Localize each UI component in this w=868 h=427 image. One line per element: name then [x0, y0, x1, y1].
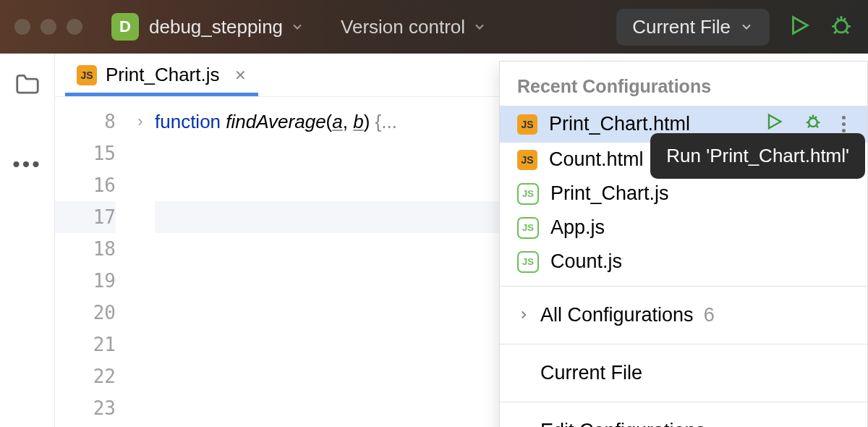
- minimize-window[interactable]: [41, 19, 56, 35]
- line-number[interactable]: 18: [55, 233, 116, 265]
- debug-button[interactable]: [829, 13, 854, 41]
- gutter: 8 15 16 17 18 19 20 21 22 23: [55, 106, 126, 427]
- svg-marker-9: [769, 115, 780, 129]
- config-label: Print_Chart.js: [550, 182, 669, 205]
- all-config-label: All Configurations: [540, 304, 694, 326]
- more-options-icon[interactable]: [842, 116, 846, 132]
- all-configurations[interactable]: All Configurations 6: [500, 294, 867, 337]
- param: a: [332, 111, 342, 132]
- current-file-option[interactable]: Current File: [500, 352, 867, 394]
- js-file-icon: JS: [517, 114, 537, 135]
- svg-line-7: [834, 30, 837, 33]
- line-number[interactable]: 8: [55, 106, 116, 138]
- titlebar: D debug_stepping Version control Current…: [0, 0, 868, 54]
- param: b: [353, 111, 363, 132]
- svg-line-15: [816, 125, 819, 128]
- folded-code[interactable]: {...: [375, 111, 397, 132]
- close-window[interactable]: [14, 19, 30, 35]
- chevron-down-icon[interactable]: [290, 20, 305, 34]
- config-label: Count.js: [550, 250, 622, 273]
- svg-marker-0: [793, 17, 808, 34]
- svg-line-8: [846, 30, 848, 33]
- edit-configurations[interactable]: Edit Configurations…: [500, 410, 867, 427]
- project-name[interactable]: debug_stepping: [149, 16, 283, 38]
- config-item-app-js[interactable]: JS App.js: [500, 211, 867, 245]
- chevron-right-icon: [517, 304, 530, 326]
- keyword: function: [155, 111, 221, 132]
- divider: [500, 286, 867, 287]
- edit-config-label: Edit Configurations…: [540, 420, 725, 427]
- version-control-menu[interactable]: Version control: [341, 16, 465, 38]
- fold-chevron-icon[interactable]: ›: [126, 106, 155, 138]
- config-count: 6: [704, 304, 715, 326]
- popup-heading: Recent Configurations: [500, 76, 867, 106]
- line-number[interactable]: 19: [55, 265, 116, 297]
- config-label: Count.html: [549, 148, 644, 171]
- config-item-count-js[interactable]: JS Count.js: [500, 245, 867, 279]
- config-item-print-chart-js[interactable]: JS Print_Chart.js: [500, 177, 867, 211]
- run-tooltip: Run 'Print_Chart.html': [650, 133, 865, 179]
- divider: [500, 402, 867, 402]
- fold-gutter: ›: [126, 106, 155, 427]
- line-number[interactable]: 22: [55, 360, 116, 392]
- chevron-down-icon: [739, 20, 754, 34]
- window-controls: [14, 19, 82, 35]
- node-file-icon: JS: [517, 217, 539, 239]
- function-name: findAverage: [226, 111, 326, 132]
- line-number[interactable]: 23: [55, 392, 116, 424]
- project-badge[interactable]: D: [111, 13, 139, 41]
- project-tool-icon[interactable]: [14, 71, 41, 101]
- more-tools-icon[interactable]: •••: [12, 152, 42, 177]
- config-label: App.js: [550, 216, 605, 239]
- line-number[interactable]: 15: [55, 138, 116, 169]
- close-icon[interactable]: ✕: [234, 67, 247, 84]
- run-button[interactable]: [787, 13, 812, 41]
- config-label: Print_Chart.html: [549, 113, 690, 135]
- chevron-down-icon[interactable]: [472, 20, 487, 34]
- line-number[interactable]: 21: [55, 329, 116, 360]
- js-file-icon: JS: [517, 150, 537, 170]
- maximize-window[interactable]: [67, 19, 82, 35]
- node-file-icon: JS: [517, 183, 539, 205]
- tool-sidebar: •••: [0, 54, 55, 427]
- tab-print-chart-js[interactable]: JS Print_Chart.js ✕: [65, 64, 258, 86]
- divider: [500, 344, 867, 344]
- line-number[interactable]: 20: [55, 297, 116, 329]
- current-file-label: Current File: [540, 362, 642, 384]
- line-number[interactable]: 16: [55, 169, 116, 201]
- svg-line-14: [808, 125, 811, 128]
- tab-label: Print_Chart.js: [106, 64, 220, 86]
- run-config-label: Current File: [632, 16, 731, 38]
- line-number[interactable]: 17: [55, 201, 116, 233]
- run-configuration-selector[interactable]: Current File: [616, 9, 770, 46]
- run-configurations-popup: Recent Configurations JS Print_Chart.htm…: [499, 61, 868, 427]
- node-file-icon: JS: [517, 251, 539, 273]
- js-file-icon: JS: [77, 65, 97, 85]
